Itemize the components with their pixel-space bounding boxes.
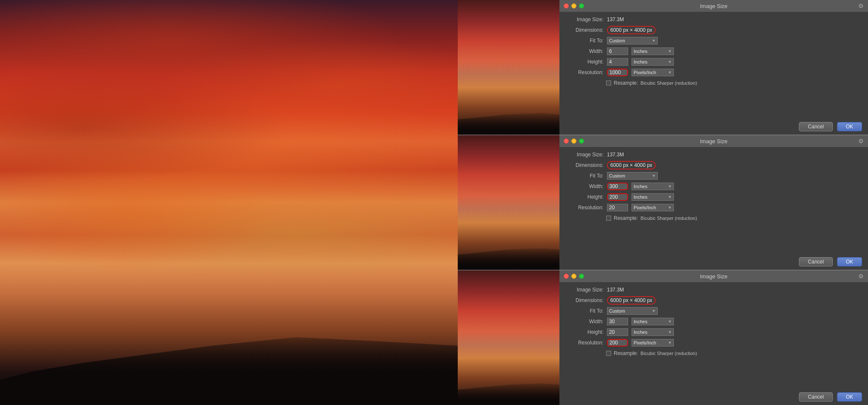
close-button-dot-2[interactable] bbox=[564, 139, 569, 144]
dialog-2-height-row: Height: 200 Inches ▼ bbox=[565, 193, 862, 201]
dialog-2-height-unit[interactable]: Inches ▼ bbox=[632, 193, 674, 201]
height-unit-arrow-3: ▼ bbox=[668, 330, 672, 334]
dialog-1-fitto-select[interactable]: Custom ▼ bbox=[607, 37, 658, 44]
dialog-1-resolution-input[interactable]: 1000 bbox=[607, 69, 628, 76]
dialog-1-resolution-unit[interactable]: Pixels/Inch ▼ bbox=[632, 69, 674, 76]
dialog-3-footer: Cancel OK bbox=[559, 389, 868, 405]
dialog-3-resolution-unit[interactable]: Pixels/Inch ▼ bbox=[632, 339, 674, 347]
dialog-2-resample-checkbox[interactable] bbox=[606, 216, 611, 221]
dialog-2-resolution-row: Resolution: 20 Pixels/Inch ▼ bbox=[565, 203, 862, 212]
dialog-1-ok-button[interactable]: OK bbox=[837, 122, 862, 131]
zoom-button-dot[interactable] bbox=[579, 3, 584, 8]
fitto-dropdown-arrow-3: ▼ bbox=[652, 309, 656, 313]
dialog-2-imagesize-value: 137.3M bbox=[607, 152, 624, 158]
resolution-label-2: Resolution: bbox=[565, 205, 604, 211]
dialog-3-cancel-button[interactable]: Cancel bbox=[799, 392, 832, 402]
dialog-2-resolution-input[interactable]: 20 bbox=[607, 204, 628, 211]
dialog-3-titlebar: Image Size ⚙ bbox=[559, 270, 868, 282]
dialog-2-footer: Cancel OK bbox=[559, 254, 868, 270]
fitto-label-2: Fit To: bbox=[565, 173, 604, 179]
dialog-2-resample-row: Resample: Bicubic Sharper (reduction) bbox=[565, 214, 862, 222]
close-button-dot[interactable] bbox=[564, 3, 569, 8]
dialog-3-thumbnail bbox=[458, 270, 559, 405]
dialog-1-width-row: Width: 6 Inches ▼ bbox=[565, 47, 862, 55]
zoom-button-dot-3[interactable] bbox=[579, 274, 584, 279]
image-size-dialog-2: Image Size ⚙ Image Size: 137.3M Dimensio… bbox=[458, 135, 868, 270]
dialog-1-cancel-button[interactable]: Cancel bbox=[799, 122, 832, 131]
resample-label-2: Resample: bbox=[614, 215, 638, 221]
gear-icon[interactable]: ⚙ bbox=[858, 3, 864, 9]
dialog-3-dimensions-value: 6000 px × 4000 px bbox=[607, 296, 656, 305]
fitto-dropdown-arrow-2: ▼ bbox=[652, 174, 656, 178]
dialog-3-resample-value: Bicubic Sharper (reduction) bbox=[640, 351, 697, 356]
dialog-3-resample-row: Resample: Bicubic Sharper (reduction) bbox=[565, 349, 862, 358]
height-label-3: Height: bbox=[565, 329, 604, 335]
height-label-2: Height: bbox=[565, 194, 604, 200]
minimize-button-dot-2[interactable] bbox=[571, 139, 576, 144]
resample-label-3: Resample: bbox=[614, 350, 638, 356]
resolution-label-3: Resolution: bbox=[565, 340, 604, 346]
dialog-1-titlebar: Image Size ⚙ bbox=[559, 0, 868, 12]
dialog-3-ok-button[interactable]: OK bbox=[837, 392, 862, 402]
dialog-2-cancel-button[interactable]: Cancel bbox=[799, 257, 832, 266]
dimensions-label-3: Dimensions: bbox=[565, 297, 604, 303]
dialog-2-title: Image Size bbox=[700, 138, 727, 144]
dialog-3-width-unit[interactable]: Inches ▼ bbox=[632, 318, 674, 325]
dialog-1-imagesize-row: Image Size: 137.3M bbox=[565, 15, 862, 24]
dialog-3-fitto-row: Fit To: Custom ▼ bbox=[565, 307, 862, 315]
dialog-2-controls: Image Size ⚙ Image Size: 137.3M Dimensio… bbox=[559, 135, 868, 270]
dialog-2-width-input[interactable]: 300 bbox=[607, 183, 628, 190]
resolution-label: Resolution: bbox=[565, 69, 604, 75]
dialog-1-controls: Image Size ⚙ Image Size: 137.3M Dimensio… bbox=[559, 0, 868, 135]
dialog-2-width-unit[interactable]: Inches ▼ bbox=[632, 183, 674, 190]
dialog-2-fitto-select[interactable]: Custom ▼ bbox=[607, 172, 658, 180]
dialog-3-resolution-input[interactable]: 200 bbox=[607, 339, 628, 347]
dialog-1-width-input[interactable]: 6 bbox=[607, 47, 628, 55]
dialog-1-footer: Cancel OK bbox=[559, 119, 868, 135]
dialog-3-imagesize-value: 137.3M bbox=[607, 287, 624, 293]
dialog-3-height-unit[interactable]: Inches ▼ bbox=[632, 328, 674, 336]
width-unit-arrow-2: ▼ bbox=[668, 184, 672, 189]
dialog-3-dimensions-row: Dimensions: 6000 px × 4000 px bbox=[565, 296, 862, 305]
imagesize-label-3: Image Size: bbox=[565, 287, 604, 293]
dialog-1-height-row: Height: 4 Inches ▼ bbox=[565, 58, 862, 66]
height-unit-arrow-2: ▼ bbox=[668, 195, 672, 199]
dialog-3-height-input[interactable]: 20 bbox=[607, 328, 628, 336]
close-button-dot-3[interactable] bbox=[564, 274, 569, 279]
image-size-dialog-1: Image Size ⚙ Image Size: 137.3M Dimensio… bbox=[458, 0, 868, 135]
dialog-1-height-unit[interactable]: Inches ▼ bbox=[632, 58, 674, 66]
dialog-1-fitto-row: Fit To: Custom ▼ bbox=[565, 36, 862, 45]
dialog-2-dimensions-row: Dimensions: 6000 px × 4000 px bbox=[565, 161, 862, 169]
dialog-1-width-unit[interactable]: Inches ▼ bbox=[632, 47, 674, 55]
dialog-2-resolution-unit[interactable]: Pixels/Inch ▼ bbox=[632, 204, 674, 211]
height-unit-arrow: ▼ bbox=[668, 60, 672, 64]
dialog-1-body: Image Size: 137.3M Dimensions: 6000 px ×… bbox=[559, 12, 868, 119]
zoom-button-dot-2[interactable] bbox=[579, 139, 584, 144]
gear-icon-3[interactable]: ⚙ bbox=[858, 273, 864, 280]
dialog-3-resolution-row: Resolution: 200 Pixels/Inch ▼ bbox=[565, 338, 862, 347]
dimensions-label: Dimensions: bbox=[565, 27, 604, 33]
dialog-2-height-input[interactable]: 200 bbox=[607, 193, 628, 201]
dialog-1-imagesize-value: 137.3M bbox=[607, 17, 624, 22]
gear-icon-2[interactable]: ⚙ bbox=[858, 138, 864, 144]
dialog-3-title: Image Size bbox=[700, 273, 727, 280]
dialog-1-height-input[interactable]: 4 bbox=[607, 58, 628, 66]
dimensions-label-2: Dimensions: bbox=[565, 162, 604, 168]
minimize-button-dot[interactable] bbox=[571, 3, 576, 8]
dialog-2-thumbnail bbox=[458, 135, 559, 270]
dialog-2-imagesize-row: Image Size: 137.3M bbox=[565, 150, 862, 159]
minimize-button-dot-3[interactable] bbox=[571, 274, 576, 279]
dialog-2-ok-button[interactable]: OK bbox=[837, 257, 862, 266]
dialog-3-fitto-select[interactable]: Custom ▼ bbox=[607, 307, 658, 315]
dialog-2-titlebar: Image Size ⚙ bbox=[559, 135, 868, 147]
dialog-1-resolution-row: Resolution: 1000 Pixels/Inch ▼ bbox=[565, 68, 862, 77]
width-label-2: Width: bbox=[565, 183, 604, 189]
dialog-1-dimensions-value: 6000 px × 4000 px bbox=[607, 26, 656, 34]
dialog-3-width-input[interactable]: 30 bbox=[607, 318, 628, 325]
dialog-1-resample-checkbox[interactable] bbox=[606, 80, 611, 86]
dialog-1-dimensions-row: Dimensions: 6000 px × 4000 px bbox=[565, 26, 862, 34]
dialog-3-resample-checkbox[interactable] bbox=[606, 351, 611, 356]
dialog-3-height-row: Height: 20 Inches ▼ bbox=[565, 328, 862, 336]
width-unit-arrow: ▼ bbox=[668, 49, 672, 53]
dialog-3-width-row: Width: 30 Inches ▼ bbox=[565, 317, 862, 326]
